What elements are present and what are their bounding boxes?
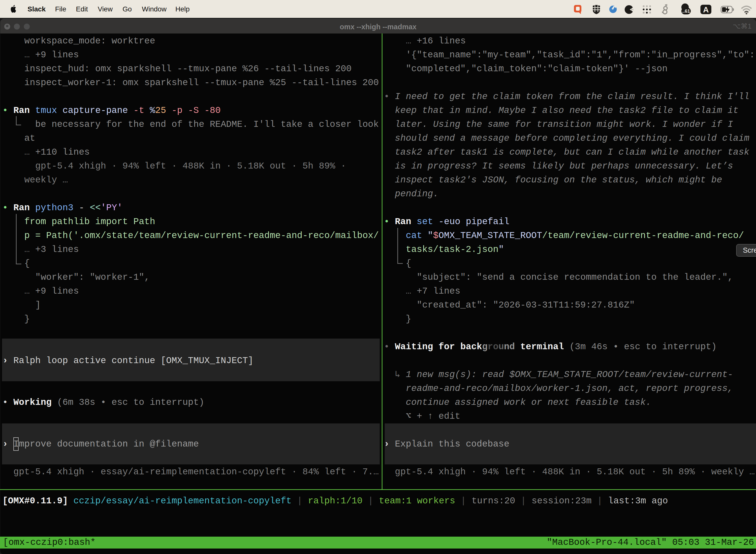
svg-text:..61: ..61	[682, 8, 690, 14]
svg-text:A: A	[703, 5, 709, 14]
